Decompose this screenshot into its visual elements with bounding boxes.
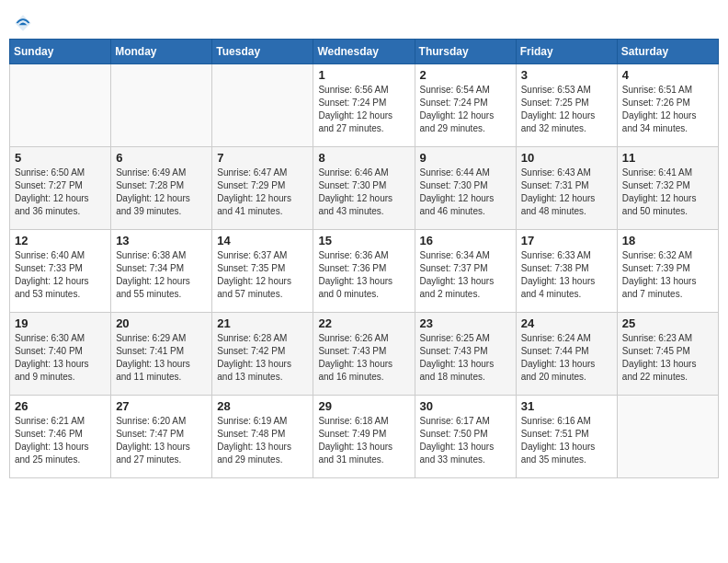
day-number: 2 (420, 68, 511, 82)
header-day-wednesday: Wednesday (313, 40, 415, 64)
day-info: Sunrise: 6:24 AM Sunset: 7:44 PM Dayligh… (521, 332, 612, 384)
calendar-cell: 17Sunrise: 6:33 AM Sunset: 7:38 PM Dayli… (516, 230, 617, 313)
day-info: Sunrise: 6:38 AM Sunset: 7:34 PM Dayligh… (116, 249, 207, 301)
day-info: Sunrise: 6:17 AM Sunset: 7:50 PM Dayligh… (420, 415, 511, 466)
calendar-cell: 22Sunrise: 6:26 AM Sunset: 7:43 PM Dayli… (313, 313, 415, 396)
day-number: 15 (318, 234, 409, 247)
calendar-cell: 19Sunrise: 6:30 AM Sunset: 7:40 PM Dayli… (10, 313, 111, 396)
day-number: 24 (521, 316, 612, 330)
day-number: 13 (116, 234, 207, 247)
day-info: Sunrise: 6:43 AM Sunset: 7:31 PM Dayligh… (521, 167, 612, 218)
calendar-table: SundayMondayTuesdayWednesdayThursdayFrid… (9, 39, 719, 478)
page-header (9, 9, 719, 33)
calendar-week-5: 26Sunrise: 6:21 AM Sunset: 7:46 PM Dayli… (10, 396, 719, 478)
day-number: 3 (521, 68, 612, 82)
calendar-cell: 16Sunrise: 6:34 AM Sunset: 7:37 PM Dayli… (415, 230, 516, 313)
day-number: 1 (318, 68, 409, 82)
calendar-cell (212, 64, 313, 147)
day-info: Sunrise: 6:56 AM Sunset: 7:24 PM Dayligh… (318, 84, 409, 135)
day-number: 4 (622, 68, 713, 82)
calendar-cell: 11Sunrise: 6:41 AM Sunset: 7:32 PM Dayli… (617, 147, 718, 230)
calendar-cell: 14Sunrise: 6:37 AM Sunset: 7:35 PM Dayli… (212, 230, 313, 313)
day-number: 20 (116, 316, 207, 330)
day-info: Sunrise: 6:32 AM Sunset: 7:39 PM Dayligh… (622, 249, 713, 301)
day-info: Sunrise: 6:50 AM Sunset: 7:27 PM Dayligh… (15, 167, 106, 218)
calendar-cell: 27Sunrise: 6:20 AM Sunset: 7:47 PM Dayli… (111, 396, 212, 478)
day-number: 9 (420, 151, 511, 165)
day-info: Sunrise: 6:51 AM Sunset: 7:26 PM Dayligh… (622, 84, 713, 135)
calendar-cell (617, 396, 718, 478)
calendar-cell: 21Sunrise: 6:28 AM Sunset: 7:42 PM Dayli… (212, 313, 313, 396)
day-info: Sunrise: 6:37 AM Sunset: 7:35 PM Dayligh… (217, 249, 308, 301)
calendar-cell: 2Sunrise: 6:54 AM Sunset: 7:24 PM Daylig… (415, 64, 516, 147)
day-number: 28 (217, 399, 308, 413)
calendar-cell (111, 64, 212, 147)
day-number: 27 (116, 399, 207, 413)
day-number: 8 (318, 151, 409, 165)
calendar-body: 1Sunrise: 6:56 AM Sunset: 7:24 PM Daylig… (10, 64, 719, 478)
calendar-cell: 26Sunrise: 6:21 AM Sunset: 7:46 PM Dayli… (10, 396, 111, 478)
day-number: 7 (217, 151, 308, 165)
day-info: Sunrise: 6:49 AM Sunset: 7:28 PM Dayligh… (116, 167, 207, 218)
day-info: Sunrise: 6:26 AM Sunset: 7:43 PM Dayligh… (318, 332, 409, 384)
day-number: 16 (420, 234, 511, 247)
header-day-tuesday: Tuesday (212, 40, 313, 64)
header-day-saturday: Saturday (617, 40, 718, 64)
day-number: 25 (622, 316, 713, 330)
day-info: Sunrise: 6:34 AM Sunset: 7:37 PM Dayligh… (420, 249, 511, 301)
calendar-cell: 1Sunrise: 6:56 AM Sunset: 7:24 PM Daylig… (313, 64, 415, 147)
day-info: Sunrise: 6:46 AM Sunset: 7:30 PM Dayligh… (318, 167, 409, 218)
day-info: Sunrise: 6:23 AM Sunset: 7:45 PM Dayligh… (622, 332, 713, 384)
day-info: Sunrise: 6:18 AM Sunset: 7:49 PM Dayligh… (318, 415, 409, 466)
day-info: Sunrise: 6:40 AM Sunset: 7:33 PM Dayligh… (15, 249, 106, 301)
calendar-week-4: 19Sunrise: 6:30 AM Sunset: 7:40 PM Dayli… (10, 313, 719, 396)
day-info: Sunrise: 6:44 AM Sunset: 7:30 PM Dayligh… (420, 167, 511, 218)
logo-icon (13, 13, 33, 33)
day-info: Sunrise: 6:41 AM Sunset: 7:32 PM Dayligh… (622, 167, 713, 218)
calendar-cell: 4Sunrise: 6:51 AM Sunset: 7:26 PM Daylig… (617, 64, 718, 147)
day-info: Sunrise: 6:25 AM Sunset: 7:43 PM Dayligh… (420, 332, 511, 384)
calendar-cell: 20Sunrise: 6:29 AM Sunset: 7:41 PM Dayli… (111, 313, 212, 396)
header-row: SundayMondayTuesdayWednesdayThursdayFrid… (10, 40, 719, 64)
day-info: Sunrise: 6:33 AM Sunset: 7:38 PM Dayligh… (521, 249, 612, 301)
calendar-cell: 24Sunrise: 6:24 AM Sunset: 7:44 PM Dayli… (516, 313, 617, 396)
day-number: 31 (521, 399, 612, 413)
day-number: 11 (622, 151, 713, 165)
day-info: Sunrise: 6:53 AM Sunset: 7:25 PM Dayligh… (521, 84, 612, 135)
calendar-cell: 7Sunrise: 6:47 AM Sunset: 7:29 PM Daylig… (212, 147, 313, 230)
day-info: Sunrise: 6:21 AM Sunset: 7:46 PM Dayligh… (15, 415, 106, 466)
day-number: 18 (622, 234, 713, 247)
header-day-friday: Friday (516, 40, 617, 64)
day-info: Sunrise: 6:20 AM Sunset: 7:47 PM Dayligh… (116, 415, 207, 466)
day-number: 29 (318, 399, 409, 413)
day-info: Sunrise: 6:36 AM Sunset: 7:36 PM Dayligh… (318, 249, 409, 301)
calendar-cell: 23Sunrise: 6:25 AM Sunset: 7:43 PM Dayli… (415, 313, 516, 396)
header-day-monday: Monday (111, 40, 212, 64)
calendar-cell: 18Sunrise: 6:32 AM Sunset: 7:39 PM Dayli… (617, 230, 718, 313)
day-info: Sunrise: 6:30 AM Sunset: 7:40 PM Dayligh… (15, 332, 106, 384)
calendar-cell: 29Sunrise: 6:18 AM Sunset: 7:49 PM Dayli… (313, 396, 415, 478)
calendar-cell: 9Sunrise: 6:44 AM Sunset: 7:30 PM Daylig… (415, 147, 516, 230)
day-number: 21 (217, 316, 308, 330)
day-info: Sunrise: 6:16 AM Sunset: 7:51 PM Dayligh… (521, 415, 612, 466)
header-day-sunday: Sunday (10, 40, 111, 64)
calendar-cell: 6Sunrise: 6:49 AM Sunset: 7:28 PM Daylig… (111, 147, 212, 230)
calendar-cell: 8Sunrise: 6:46 AM Sunset: 7:30 PM Daylig… (313, 147, 415, 230)
day-number: 17 (521, 234, 612, 247)
calendar-cell: 12Sunrise: 6:40 AM Sunset: 7:33 PM Dayli… (10, 230, 111, 313)
calendar-cell: 28Sunrise: 6:19 AM Sunset: 7:48 PM Dayli… (212, 396, 313, 478)
day-number: 19 (15, 316, 106, 330)
calendar-cell: 30Sunrise: 6:17 AM Sunset: 7:50 PM Dayli… (415, 396, 516, 478)
calendar-header: SundayMondayTuesdayWednesdayThursdayFrid… (10, 40, 719, 64)
day-number: 23 (420, 316, 511, 330)
day-number: 14 (217, 234, 308, 247)
day-info: Sunrise: 6:47 AM Sunset: 7:29 PM Dayligh… (217, 167, 308, 218)
calendar-week-2: 5Sunrise: 6:50 AM Sunset: 7:27 PM Daylig… (10, 147, 719, 230)
calendar-cell: 5Sunrise: 6:50 AM Sunset: 7:27 PM Daylig… (10, 147, 111, 230)
calendar-cell: 15Sunrise: 6:36 AM Sunset: 7:36 PM Dayli… (313, 230, 415, 313)
day-number: 26 (15, 399, 106, 413)
calendar-cell (10, 64, 111, 147)
day-info: Sunrise: 6:19 AM Sunset: 7:48 PM Dayligh… (217, 415, 308, 466)
calendar-cell: 3Sunrise: 6:53 AM Sunset: 7:25 PM Daylig… (516, 64, 617, 147)
calendar-cell: 25Sunrise: 6:23 AM Sunset: 7:45 PM Dayli… (617, 313, 718, 396)
